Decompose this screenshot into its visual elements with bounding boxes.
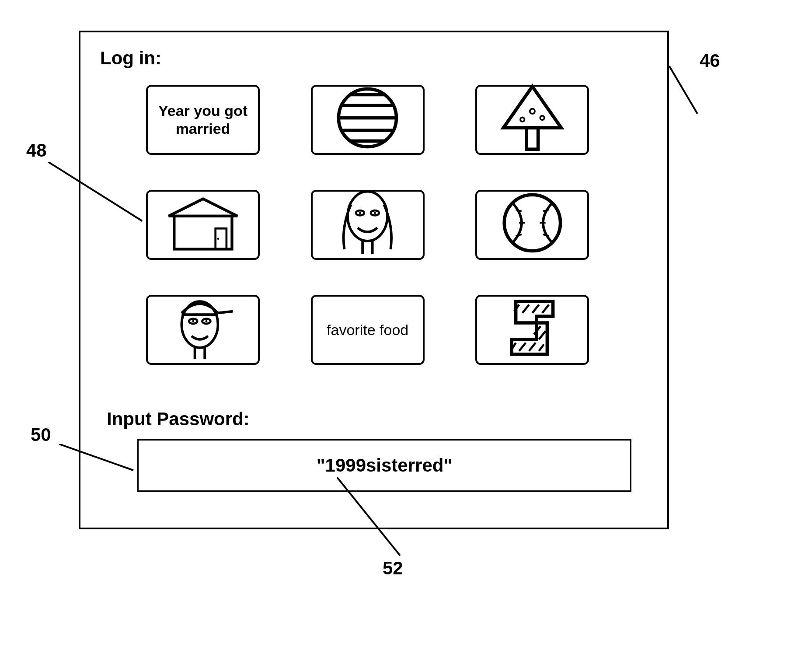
callout-line-50 bbox=[59, 444, 138, 475]
svg-point-33 bbox=[192, 320, 194, 322]
baseball-icon bbox=[481, 182, 584, 268]
tile-grid: Year you got married bbox=[146, 85, 592, 365]
svg-line-40 bbox=[532, 305, 539, 313]
svg-point-17 bbox=[359, 212, 361, 214]
house-icon bbox=[151, 189, 254, 261]
svg-line-41 bbox=[542, 305, 549, 313]
tile-baseball-icon[interactable] bbox=[475, 190, 589, 260]
svg-marker-11 bbox=[168, 199, 237, 216]
svg-line-50 bbox=[59, 444, 133, 470]
svg-line-51 bbox=[337, 477, 400, 556]
callout-line-52 bbox=[337, 477, 415, 558]
tile-face-longhair-icon[interactable] bbox=[311, 190, 425, 260]
striped-circle-icon bbox=[316, 77, 419, 163]
svg-point-35 bbox=[205, 320, 207, 322]
tile-label: favorite food bbox=[327, 321, 408, 339]
tile-house-icon[interactable] bbox=[146, 190, 260, 260]
tile-face-cap-icon[interactable] bbox=[146, 295, 260, 365]
password-value: "1999sisterred" bbox=[317, 455, 453, 476]
svg-point-19 bbox=[374, 212, 376, 214]
svg-line-43 bbox=[539, 331, 545, 339]
svg-point-8 bbox=[530, 109, 535, 114]
login-panel: Log in: Year you got married bbox=[79, 31, 669, 529]
svg-line-49 bbox=[48, 162, 142, 221]
tile-striped-s-icon[interactable] bbox=[475, 295, 589, 365]
tile-label: Year you got married bbox=[151, 102, 254, 138]
svg-rect-12 bbox=[174, 216, 232, 249]
tile-tree-icon[interactable] bbox=[475, 85, 589, 155]
svg-marker-6 bbox=[503, 87, 561, 128]
striped-s-icon bbox=[481, 287, 584, 373]
svg-line-23 bbox=[516, 210, 522, 211]
tree-icon bbox=[481, 77, 584, 163]
svg-point-14 bbox=[217, 238, 219, 240]
panel-title: Log in: bbox=[100, 48, 161, 69]
callout-line-46 bbox=[669, 66, 713, 122]
svg-line-25 bbox=[516, 234, 522, 236]
svg-line-26 bbox=[543, 210, 549, 211]
svg-line-30 bbox=[218, 311, 233, 313]
svg-point-15 bbox=[348, 192, 387, 241]
svg-rect-13 bbox=[215, 228, 226, 249]
svg-line-46 bbox=[529, 343, 536, 351]
callout-line-48 bbox=[48, 162, 144, 223]
svg-line-47 bbox=[539, 344, 544, 351]
svg-line-48 bbox=[669, 66, 697, 114]
svg-point-9 bbox=[520, 118, 524, 122]
callout-50: 50 bbox=[31, 424, 51, 445]
callout-52: 52 bbox=[383, 558, 403, 579]
tile-year-married[interactable]: Year you got married bbox=[146, 85, 260, 155]
svg-line-28 bbox=[543, 234, 549, 236]
face-longhair-icon bbox=[316, 182, 419, 268]
tile-favorite-food[interactable]: favorite food bbox=[311, 295, 425, 365]
face-cap-icon bbox=[151, 287, 254, 373]
callout-48: 48 bbox=[26, 140, 47, 161]
tile-striped-circle-icon[interactable] bbox=[311, 85, 425, 155]
input-password-label: Input Password: bbox=[107, 409, 250, 430]
svg-line-39 bbox=[523, 305, 529, 313]
svg-line-45 bbox=[519, 343, 526, 351]
svg-point-10 bbox=[540, 116, 544, 120]
svg-rect-7 bbox=[526, 128, 538, 149]
